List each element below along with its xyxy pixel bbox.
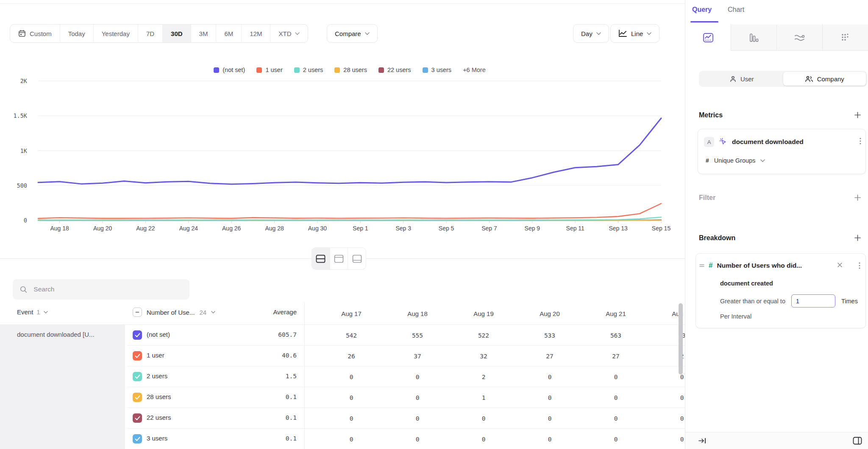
table-row[interactable]: 2 users1.5002000 xyxy=(127,366,685,387)
chevron-down-icon xyxy=(647,32,651,35)
plus-icon xyxy=(854,194,861,201)
add-metric-button[interactable] xyxy=(854,111,861,119)
add-filter-button[interactable] xyxy=(854,194,861,201)
table-row[interactable]: (not set)605.754255552253356353 xyxy=(127,325,685,346)
series-checkbox[interactable] xyxy=(133,351,142,360)
toggle-company[interactable]: Company xyxy=(783,72,866,86)
table-row[interactable]: 3 users0.1000000 xyxy=(127,429,685,449)
tab-query[interactable]: Query xyxy=(692,6,712,14)
x-axis-label: Sep 15 xyxy=(652,225,671,232)
check-icon xyxy=(135,416,140,421)
date-range-12m[interactable]: 12M xyxy=(242,25,270,42)
table-row[interactable]: 22 users0.1000000 xyxy=(127,408,685,429)
condition-unit: Times xyxy=(841,298,858,305)
metric-card[interactable]: A document downloaded # Unique Groups xyxy=(698,129,866,174)
side-panel-toggle-button[interactable] xyxy=(853,437,862,445)
legend-more-link[interactable]: +6 More xyxy=(463,67,486,73)
date-range-custom[interactable]: Custom xyxy=(10,25,60,42)
date-range-7d[interactable]: 7D xyxy=(138,25,163,42)
legend-swatch xyxy=(378,67,384,73)
series-name: 2 users xyxy=(147,372,167,380)
filter-heading: Filter xyxy=(699,194,715,202)
add-breakdown-button[interactable] xyxy=(854,234,861,241)
breakdown-menu-button[interactable] xyxy=(859,262,860,269)
cell-value: 32 xyxy=(451,346,517,366)
metric-menu-button[interactable] xyxy=(860,138,861,144)
legend-item[interactable]: 1 user xyxy=(256,67,282,73)
table-row[interactable]: 28 users0.1001000 xyxy=(127,387,685,408)
table-row[interactable]: 1 user40.626373227272 xyxy=(127,346,685,366)
cell-value: 0 xyxy=(517,408,583,429)
breakdown-close-button[interactable] xyxy=(837,262,843,268)
breakdown-card: # Number of Users who did... document cr… xyxy=(696,253,866,328)
date-range-30d[interactable]: 30D xyxy=(163,25,191,42)
date-range-label: 6M xyxy=(224,30,233,37)
chart-type-bar[interactable] xyxy=(731,25,777,51)
legend-item[interactable]: (not set) xyxy=(214,67,245,73)
breakdown-interval-label: Per Interval xyxy=(720,313,751,320)
toggle-user[interactable]: User xyxy=(700,72,783,86)
date-range-yesterday[interactable]: Yesterday xyxy=(94,25,138,42)
average-value: 605.7 xyxy=(237,331,297,338)
select-all-checkbox[interactable] xyxy=(133,308,142,317)
date-column-headers: Aug 17Aug 18Aug 19Aug 20Aug 21Aug 22 xyxy=(318,302,685,324)
date-range-label: 3M xyxy=(199,30,208,37)
series-checkbox[interactable] xyxy=(133,372,142,381)
y-axis-label: 2K xyxy=(20,79,28,84)
legend-item[interactable]: 2 users xyxy=(294,67,323,73)
aggregation-label: Unique Groups xyxy=(714,157,756,164)
event-header-label: Event xyxy=(17,308,33,316)
line-chart[interactable]: 05001K1.5K2KAug 18Aug 20Aug 22Aug 24Aug … xyxy=(0,79,685,236)
tab-chart[interactable]: Chart xyxy=(728,6,744,14)
chevron-down-icon xyxy=(596,32,601,35)
series-checkbox[interactable] xyxy=(133,434,142,443)
cell-value: 0 xyxy=(318,366,384,387)
chart-type-dropdown[interactable]: Line xyxy=(610,24,659,43)
chevron-down-icon xyxy=(365,32,370,35)
average-value: 0.1 xyxy=(237,394,297,400)
legend-item[interactable]: 3 users xyxy=(423,67,452,73)
date-range-xtd[interactable]: XTD xyxy=(270,25,308,42)
condition-value-input[interactable] xyxy=(791,294,835,308)
series-checkbox[interactable] xyxy=(133,330,142,340)
date-range-3m[interactable]: 3M xyxy=(191,25,217,42)
layout-table-button[interactable] xyxy=(348,248,366,269)
side-panel-icon xyxy=(853,437,862,445)
breakdown-title[interactable]: Number of Users who did... xyxy=(717,262,802,269)
collapse-panel-button[interactable] xyxy=(698,437,707,444)
date-column-header: Aug 17 xyxy=(318,302,384,324)
series-checkbox[interactable] xyxy=(133,393,142,402)
breakdown-event-name[interactable]: document created xyxy=(720,280,773,287)
breakdown-heading: Breakdown xyxy=(699,234,735,242)
date-range-today[interactable]: Today xyxy=(60,25,94,42)
drag-handle-icon[interactable] xyxy=(699,263,704,268)
series-column-header: Number of Use... 24 xyxy=(133,308,215,317)
kebab-menu-icon xyxy=(860,138,861,144)
layout-split-button[interactable] xyxy=(312,248,330,269)
chevron-down-icon xyxy=(760,159,765,162)
vertical-scrollbar[interactable] xyxy=(679,303,683,374)
layout-chart-button[interactable] xyxy=(330,248,348,269)
compare-button[interactable]: Compare xyxy=(327,24,378,43)
group-type-toggle: User Company xyxy=(699,71,867,87)
check-icon xyxy=(135,395,140,400)
metric-aggregation[interactable]: # Unique Groups xyxy=(706,157,765,164)
interval-dropdown[interactable]: Day xyxy=(573,24,609,43)
x-axis-label: Sep 7 xyxy=(481,225,497,232)
date-range-label: 7D xyxy=(146,30,154,37)
event-header-count: 1 xyxy=(36,308,40,316)
chevron-down-icon[interactable] xyxy=(211,311,215,313)
metric-name[interactable]: document downloaded xyxy=(732,138,804,146)
chart-type-line[interactable] xyxy=(685,25,731,51)
chart-type-flow[interactable] xyxy=(777,25,823,51)
legend-item[interactable]: 22 users xyxy=(378,67,411,73)
cell-value: 0 xyxy=(649,408,685,429)
series-checkbox[interactable] xyxy=(133,413,142,423)
series-name: 22 users xyxy=(147,414,171,421)
chart-type-scatter[interactable] xyxy=(823,25,868,51)
legend-item[interactable]: 28 users xyxy=(334,67,367,73)
event-column-header[interactable]: Event 1 xyxy=(17,308,48,316)
date-range-6m[interactable]: 6M xyxy=(216,25,242,42)
search-input[interactable] xyxy=(33,285,182,294)
analytics-app: CustomTodayYesterday7D30D3M6M12MXTD Comp… xyxy=(0,0,868,449)
